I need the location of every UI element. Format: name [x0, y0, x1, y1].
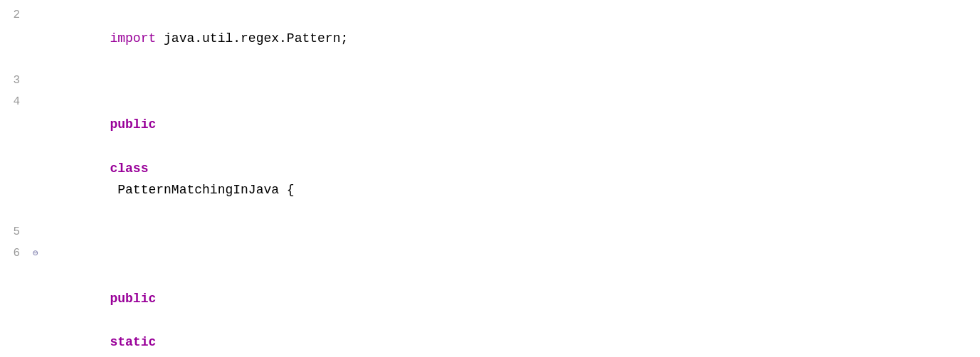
line-number-2: 2: [0, 6, 28, 71]
line-number-6: 6: [0, 244, 28, 357]
line-content-3: [43, 71, 980, 92]
code-editor: 2 import java.util.regex.Pattern; 3 4 pu…: [0, 0, 980, 357]
code-lines: 2 import java.util.regex.Pattern; 3 4 pu…: [0, 0, 980, 357]
line-content-4: public class PatternMatchingInJava {: [43, 92, 980, 223]
line-content-6: public static void main(String args []): [43, 244, 980, 357]
code-line-3: 3: [0, 71, 980, 92]
line-number-4: 4: [0, 92, 28, 223]
line-number-3: 3: [0, 71, 28, 92]
code-line-6: 6 ⊖ public static void main(String args …: [0, 244, 980, 357]
line-content-5: [43, 223, 980, 244]
code-line-4: 4 public class PatternMatchingInJava {: [0, 92, 980, 223]
collapse-icon[interactable]: ⊖: [28, 244, 43, 357]
code-line-2: 2 import java.util.regex.Pattern;: [0, 6, 980, 71]
line-number-5: 5: [0, 223, 28, 244]
code-line-5: 5: [0, 223, 980, 244]
line-content-2: import java.util.regex.Pattern;: [43, 6, 980, 71]
